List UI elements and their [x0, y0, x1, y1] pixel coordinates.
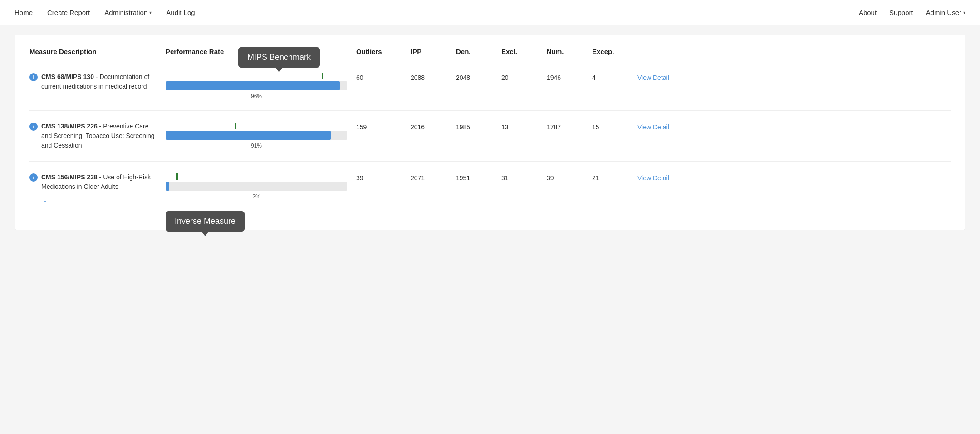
bar-container-row2 [166, 131, 347, 140]
excl-row3: 31 [501, 173, 547, 182]
benchmark-marker-row2 [166, 122, 347, 129]
bar-fill-row1 [166, 81, 340, 90]
den-row3: 1951 [456, 173, 501, 182]
inverse-down-arrow-icon: ↓ [43, 193, 47, 206]
info-icon-row1[interactable]: i [29, 73, 38, 81]
nav-admin-user[interactable]: Admin User ▾ [926, 9, 965, 16]
col-num: Num. [547, 48, 592, 55]
nav-about[interactable]: About [859, 9, 877, 16]
bar-fill-row3 [166, 182, 169, 191]
benchmark-marker-row1-indicator [322, 73, 323, 79]
table-header: Measure Description Performance Rate Out… [29, 48, 951, 61]
excep-row2: 15 [592, 122, 637, 131]
info-icon-row3[interactable]: i [29, 173, 38, 182]
excep-row1: 4 [592, 72, 637, 81]
excl-row2: 13 [501, 122, 547, 131]
den-row1: 2048 [456, 72, 501, 81]
bar-container-row3 [166, 182, 347, 191]
benchmark-marker-row3-indicator [176, 173, 178, 180]
benchmark-marker-row1 [166, 72, 347, 79]
ipp-row3: 2071 [411, 173, 456, 182]
ipp-row2: 2016 [411, 122, 456, 131]
outliers-row1: 60 [356, 72, 411, 81]
benchmark-marker-row3 [166, 173, 347, 180]
inverse-measure-tooltip: Inverse Measure [166, 211, 245, 232]
main-content: Measure Description Performance Rate Out… [15, 35, 965, 230]
performance-cell-row2: 91% [166, 122, 356, 149]
nav-support[interactable]: Support [889, 9, 913, 16]
performance-cell-row3: 2% Inverse Measure [166, 173, 356, 200]
nav-audit-log[interactable]: Audit Log [166, 9, 195, 16]
den-row2: 1985 [456, 122, 501, 131]
col-measure: Measure Description [29, 48, 166, 55]
excep-row3: 21 [592, 173, 637, 182]
num-row1: 1946 [547, 72, 592, 81]
outliers-row3: 39 [356, 173, 411, 182]
mips-benchmark-tooltip: MIPS Benchmark [238, 47, 320, 68]
bar-percent-row2: 91% [166, 143, 347, 149]
table-row: i CMS 138/MIPS 226 - Preventive Care and… [29, 111, 951, 162]
nav-right: About Support Admin User ▾ [859, 9, 965, 16]
benchmark-marker-row2-indicator [235, 123, 236, 129]
performance-cell-row1: MIPS Benchmark 96% [166, 72, 356, 99]
admin-user-chevron-icon: ▾ [963, 10, 965, 15]
outliers-row2: 159 [356, 122, 411, 131]
administration-chevron-icon: ▾ [149, 10, 152, 15]
measure-desc-row1: i CMS 68/MIPS 130 - Documentation of cur… [29, 72, 166, 91]
col-excl: Excl. [501, 48, 547, 55]
num-row2: 1787 [547, 122, 592, 131]
num-row3: 39 [547, 173, 592, 182]
nav-administration[interactable]: Administration ▾ [104, 9, 152, 16]
nav-left: Home Create Report Administration ▾ Audi… [15, 9, 859, 16]
col-ipp: IPP [411, 48, 456, 55]
measure-desc-row3: i CMS 156/MIPS 238 - Use of High-Risk Me… [29, 173, 166, 206]
bar-container-row1 [166, 81, 347, 90]
nav-create-report[interactable]: Create Report [47, 9, 90, 16]
bar-fill-row2 [166, 131, 331, 140]
table-row: i CMS 68/MIPS 130 - Documentation of cur… [29, 61, 951, 111]
ipp-row1: 2088 [411, 72, 456, 81]
bar-percent-row3: 2% [166, 193, 347, 200]
info-icon-row2[interactable]: i [29, 123, 38, 131]
view-detail-row3[interactable]: View Detail [637, 173, 710, 182]
measure-desc-row2: i CMS 138/MIPS 226 - Preventive Care and… [29, 122, 166, 150]
view-detail-row2[interactable]: View Detail [637, 122, 710, 131]
excl-row1: 20 [501, 72, 547, 81]
navigation: Home Create Report Administration ▾ Audi… [0, 0, 980, 25]
nav-home[interactable]: Home [15, 9, 33, 16]
view-detail-row1[interactable]: View Detail [637, 72, 710, 81]
table-row: i CMS 156/MIPS 238 - Use of High-Risk Me… [29, 162, 951, 217]
col-excep: Excep. [592, 48, 637, 55]
col-action [637, 48, 710, 55]
col-den: Den. [456, 48, 501, 55]
bar-percent-row1: 96% [166, 93, 347, 99]
col-outliers: Outliers [356, 48, 411, 55]
